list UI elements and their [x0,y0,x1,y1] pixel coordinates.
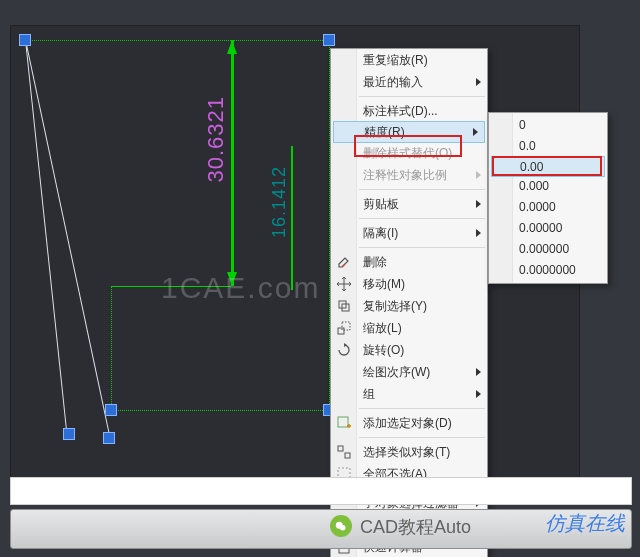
label: 添加选定对象(D) [363,412,469,434]
label: 0.000 [519,179,549,193]
dotted-bottom [111,410,329,411]
label: 最近的输入 [363,71,469,93]
add-selected-icon [336,415,352,431]
label: 0.0000000 [519,263,576,277]
precision-1[interactable]: 0.0 [489,136,607,157]
label: 0.00 [520,160,543,174]
dim-line [231,40,234,286]
svg-rect-4 [338,417,348,427]
svg-point-13 [340,525,346,531]
menu-scale[interactable]: 缩放(L) [331,317,487,339]
erase-icon [336,254,352,270]
label: 0.000000 [519,242,569,256]
precision-5[interactable]: 0.00000 [489,218,607,239]
label: 缩放(L) [363,317,469,339]
label: 复制选择(Y) [363,295,469,317]
grip-bottom-left[interactable] [105,404,117,416]
precision-0[interactable]: 0 [489,115,607,136]
menu-precision[interactable]: 精度(R) [333,121,485,143]
precision-submenu[interactable]: 0 0.0 0.00 0.000 0.0000 0.00000 0.000000… [488,112,608,284]
label: 选择类似对象(T) [363,441,469,463]
label: 剪贴板 [363,193,469,215]
menu-draw-order[interactable]: 绘图次序(W) [331,361,487,383]
status-bar[interactable] [10,509,632,549]
precision-6[interactable]: 0.000000 [489,239,607,260]
menu-recent-input[interactable]: 最近的输入 [331,71,487,93]
svg-rect-2 [338,328,344,334]
separator [359,189,485,190]
grip-top-left[interactable] [19,34,31,46]
move-icon [336,276,352,292]
grip-top-right[interactable] [323,34,335,46]
menu-select-similar[interactable]: 选择类似对象(T) [331,441,487,463]
chevron-right-icon [476,390,481,398]
grip-line-end-2[interactable] [103,432,115,444]
svg-rect-5 [338,446,343,451]
separator [359,96,485,97]
copy-icon [336,298,352,314]
label: 移动(M) [363,273,469,295]
label: 重复缩放(R) [363,49,469,71]
label: 精度(R) [364,121,466,143]
menu-group[interactable]: 组 [331,383,487,405]
menu-clipboard[interactable]: 剪贴板 [331,193,487,215]
menu-erase[interactable]: 删除 [331,251,487,273]
scale-icon [336,320,352,336]
menu-anno-scale: 注释性对象比例 [331,164,487,186]
menu-remove-override: 删除样式替代(O) [331,142,487,164]
brand-sub: CAD教程Auto [360,515,471,539]
label: 标注样式(D)... [363,100,469,122]
label: 0 [519,118,526,132]
menu-dim-style[interactable]: 标注样式(D)... [331,100,487,122]
command-line[interactable] [10,477,632,505]
label: 隔离(I) [363,222,469,244]
dotted-top [25,40,329,41]
menu-rotate[interactable]: 旋转(O) [331,339,487,361]
rotate-icon [336,342,352,358]
menu-move[interactable]: 移动(M) [331,273,487,295]
precision-7[interactable]: 0.0000000 [489,260,607,281]
label: 旋转(O) [363,339,469,361]
chevron-right-icon [473,128,478,136]
chevron-right-icon [476,200,481,208]
brand-cn: 仿真在线 [545,510,625,537]
grip-line-end-1[interactable] [63,428,75,440]
precision-4[interactable]: 0.0000 [489,197,607,218]
label: 0.00000 [519,221,562,235]
dim-text-secondary[interactable]: 16.1412 [269,166,290,238]
label: 0.0 [519,139,536,153]
chevron-right-icon [476,368,481,376]
dim-text-primary[interactable]: 30.6321 [203,96,229,183]
select-similar-icon [336,444,352,460]
separator [359,437,485,438]
separator [359,408,485,409]
menu-isolate[interactable]: 隔离(I) [331,222,487,244]
label: 删除 [363,251,469,273]
separator [359,247,485,248]
label: 删除样式替代(O) [363,142,469,164]
label: 绘图次序(W) [363,361,469,383]
wechat-icon [330,515,352,537]
chevron-right-icon [476,171,481,179]
arrow-up [227,40,237,54]
label: 组 [363,383,469,405]
precision-2[interactable]: 0.00 [491,156,605,177]
label: 0.0000 [519,200,556,214]
svg-rect-3 [342,322,350,330]
svg-rect-6 [345,453,350,458]
line-1 [25,40,68,438]
dotted-left [111,286,112,410]
precision-3[interactable]: 0.000 [489,176,607,197]
watermark: 1CAE.com [161,271,320,305]
menu-add-selected[interactable]: 添加选定对象(D) [331,412,487,434]
chevron-right-icon [476,229,481,237]
dim-line-2 [291,146,293,290]
label: 注释性对象比例 [363,164,469,186]
menu-repeat-zoom[interactable]: 重复缩放(R) [331,49,487,71]
separator [359,218,485,219]
line-2 [25,40,110,436]
chevron-right-icon [476,78,481,86]
menu-copy-sel[interactable]: 复制选择(Y) [331,295,487,317]
